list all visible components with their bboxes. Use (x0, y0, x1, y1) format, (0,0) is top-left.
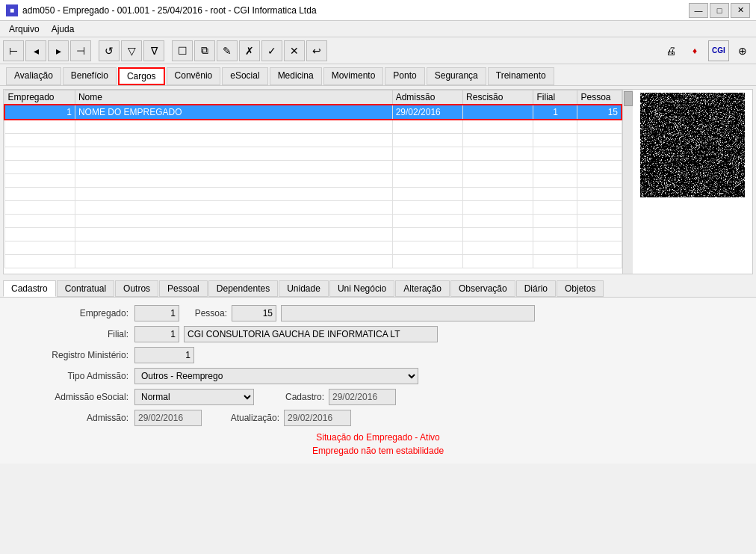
photo-canvas (640, 93, 745, 197)
copy-button[interactable]: ⧉ (194, 40, 215, 61)
table-row[interactable] (4, 173, 622, 187)
tab-seguranca[interactable]: Segurança (427, 67, 486, 85)
delete-button[interactable]: ✗ (239, 40, 260, 61)
tipo-admissao-select[interactable]: Outros - Reemprego (134, 368, 418, 384)
cell-filial: 1 (533, 105, 577, 120)
title-bar: ■ adm050 - Empregado - 001.001 - 25/04/2… (0, 0, 756, 21)
pessoa-label: Pessoa: (187, 308, 232, 318)
close-button[interactable]: ✕ (731, 3, 750, 18)
bottom-tabs: Cadastro Contratual Outros Pessoal Depen… (0, 277, 756, 298)
tab-observacao[interactable]: Observação (450, 280, 515, 297)
prev-button[interactable]: ◂ (25, 40, 46, 61)
table-row[interactable] (4, 133, 622, 147)
col-nome: Nome (75, 90, 392, 105)
tab-unidade[interactable]: Unidade (279, 280, 329, 297)
main-content: Empregado Nome Admissão Rescisão Filial … (3, 89, 753, 274)
tab-convenio[interactable]: Convênio (167, 67, 221, 85)
atualizacao-label: Atualização: (217, 413, 284, 423)
table-row[interactable]: 1 NOME DO EMPREGADO 29/02/2016 1 15 (4, 105, 622, 120)
form-area: Empregado: Pessoa: Filial: Registro Mini… (0, 298, 756, 464)
tab-ponto[interactable]: Ponto (385, 67, 424, 85)
filial-label: Filial: (15, 329, 134, 339)
tab-cadastro[interactable]: Cadastro (3, 280, 56, 297)
tab-cargos[interactable]: Cargos (118, 67, 165, 85)
col-admissao: Admissão (392, 90, 462, 105)
filial-name-input[interactable] (184, 326, 438, 342)
col-empregado: Empregado (4, 90, 75, 105)
table-row[interactable] (4, 187, 622, 200)
tab-esocial[interactable]: eSocial (222, 67, 267, 85)
tab-diario[interactable]: Diário (516, 280, 556, 297)
cgi-logo[interactable]: CGI (708, 40, 729, 61)
cell-admissao: 29/02/2016 (392, 105, 462, 120)
menu-arquivo[interactable]: Arquivo (3, 22, 46, 35)
table-row[interactable] (4, 254, 622, 268)
new-button[interactable]: ☐ (172, 40, 193, 61)
tab-pessoal[interactable]: Pessoal (159, 280, 208, 297)
toolbar: ⊢ ◂ ▸ ⊣ ↺ ▽ ∇ ☐ ⧉ ✎ ✗ ✓ ✕ ↩ 🖨 ♦ CGI ⊕ (0, 37, 756, 64)
scrollbar-thumb[interactable] (624, 91, 633, 106)
tab-movimento[interactable]: Movimento (323, 67, 384, 85)
save-button[interactable]: ✓ (261, 40, 282, 61)
cancel-button[interactable]: ✕ (284, 40, 305, 61)
table-row[interactable] (4, 241, 622, 254)
cgi1-button[interactable]: ♦ (684, 40, 705, 61)
cell-nome: NOME DO EMPREGADO (75, 105, 392, 120)
estabilidade-status: Empregado não tem estabilidade (15, 446, 741, 456)
table-row[interactable] (4, 160, 622, 173)
filter2-button[interactable]: ∇ (143, 40, 164, 61)
admissao-label: Admissão: (15, 413, 134, 423)
menu-ajuda[interactable]: Ajuda (46, 22, 81, 35)
tab-dependentes[interactable]: Dependentes (208, 280, 278, 297)
grid-scrollbar[interactable] (622, 90, 633, 274)
registro-input[interactable] (134, 347, 194, 363)
info-button[interactable]: ⊕ (732, 40, 753, 61)
admissao-input[interactable] (134, 410, 202, 426)
tab-uninegocio[interactable]: Uni Negócio (329, 280, 394, 297)
col-filial: Filial (533, 90, 577, 105)
employee-grid: Empregado Nome Admissão Rescisão Filial … (4, 90, 622, 274)
empregado-input[interactable] (134, 305, 179, 321)
cell-pessoa: 15 (577, 105, 622, 120)
admissao-esocial-select[interactable]: Normal (134, 389, 254, 405)
atualizacao-input[interactable] (284, 410, 351, 426)
cadastro-input[interactable] (329, 389, 396, 405)
tab-medicina[interactable]: Medicina (270, 67, 322, 85)
filial-input[interactable] (134, 326, 179, 342)
pessoa-name-input[interactable] (281, 305, 535, 321)
menu-bar: Arquivo Ajuda (0, 21, 756, 37)
refresh-button[interactable]: ↺ (99, 40, 120, 61)
col-rescisao: Rescisão (463, 90, 533, 105)
tab-treinamento[interactable]: Treinamento (488, 67, 554, 85)
edit-button[interactable]: ✎ (217, 40, 238, 61)
admissao-esocial-label: Admissão eSocial: (15, 392, 134, 402)
tab-beneficio[interactable]: Benefício (63, 67, 117, 85)
table-row[interactable] (4, 227, 622, 241)
tab-contratual[interactable]: Contratual (57, 280, 114, 297)
filter-button[interactable]: ▽ (121, 40, 142, 61)
last-button[interactable]: ⊣ (70, 40, 91, 61)
tab-avaliacao[interactable]: Avaliação (6, 67, 61, 85)
pessoa-input[interactable] (232, 305, 276, 321)
tab-objetos[interactable]: Objetos (557, 280, 604, 297)
tipo-admissao-label: Tipo Admissão: (15, 371, 134, 381)
table-row[interactable] (4, 120, 622, 133)
app-icon: ■ (6, 4, 18, 16)
empregado-label: Empregado: (15, 308, 134, 318)
tab-alteracao[interactable]: Alteração (395, 280, 450, 297)
maximize-button[interactable]: □ (710, 3, 729, 18)
registro-label: Registro Ministério: (15, 350, 134, 360)
table-row[interactable] (4, 214, 622, 227)
undo-button[interactable]: ↩ (306, 40, 327, 61)
col-pessoa: Pessoa (577, 90, 622, 105)
cell-rescisao (463, 105, 533, 120)
minimize-button[interactable]: — (689, 3, 708, 18)
employee-photo (633, 90, 752, 274)
next-button[interactable]: ▸ (48, 40, 69, 61)
print-button[interactable]: 🖨 (660, 40, 681, 61)
first-button[interactable]: ⊢ (3, 40, 24, 61)
tab-outros[interactable]: Outros (115, 280, 158, 297)
situacao-status: Situação do Empregado - Ativo (15, 432, 741, 443)
table-row[interactable] (4, 200, 622, 214)
table-row[interactable] (4, 147, 622, 160)
